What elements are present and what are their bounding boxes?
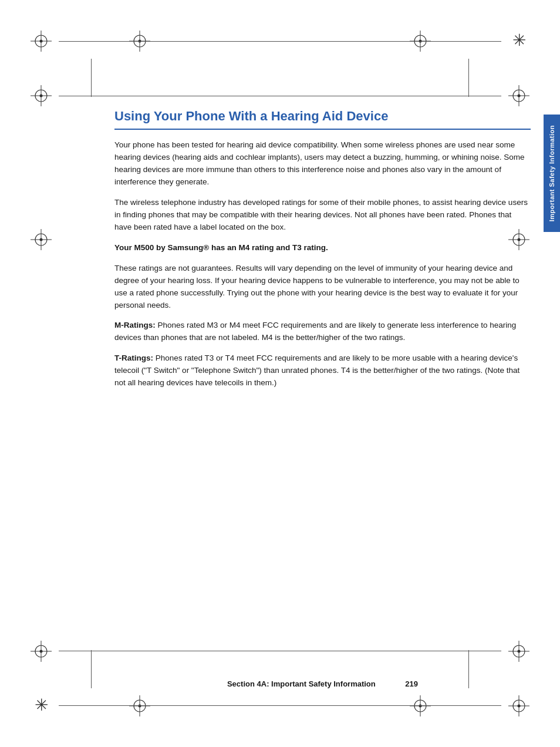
footer-section-label: Section 4A: Important Safety Information: [227, 679, 376, 688]
paragraph-3: These ratings are not guarantees. Result…: [114, 263, 531, 312]
paragraph-2: The wireless telephone industry has deve…: [114, 197, 531, 234]
reg-mark-bcr: [410, 695, 431, 716]
footer: Section 4A: Important Safety Information…: [114, 679, 531, 688]
reg-mark-bl2: [31, 641, 52, 662]
svg-text:✳: ✳: [512, 31, 526, 49]
footer-page-number: 219: [405, 679, 418, 688]
reg-mark-tr2: [508, 85, 529, 106]
paragraph-3-text: These ratings are not guarantees. Result…: [114, 264, 519, 309]
h-rule-bottom2: [59, 651, 501, 651]
reg-mark-tl2: [31, 85, 52, 106]
paragraph-5-bold: T-Ratings:: [114, 354, 153, 362]
paragraph-5: T-Ratings: Phones rated T3 or T4 meet FC…: [114, 352, 531, 389]
paragraph-2b: Your M500 by Samsung® has an M4 rating a…: [114, 242, 531, 254]
main-content: Using Your Phone With a Hearing Aid Devi…: [114, 109, 531, 638]
v-rule-right-top: [468, 59, 469, 97]
paragraph-1: Your phone has been tested for hearing a…: [114, 139, 531, 189]
v-rule-left-top: [91, 59, 92, 97]
reg-mark-bcl: [129, 695, 150, 716]
h-rule-top2: [59, 96, 501, 96]
h-rule-top: [59, 41, 501, 42]
paragraph-1-text: Your phone has been tested for hearing a…: [114, 140, 525, 186]
paragraph-4: M-Ratings: Phones rated M3 or M4 meet FC…: [114, 319, 531, 344]
svg-text:✳: ✳: [35, 696, 48, 714]
paragraph-4-text: Phones rated M3 or M4 meet FCC requireme…: [114, 321, 516, 342]
page: ✳: [0, 0, 560, 747]
paragraph-4-bold: M-Ratings:: [114, 321, 156, 329]
paragraph-5-text: Phones rated T3 or T4 meet FCC requireme…: [114, 354, 519, 387]
side-tab-label: Important Safety Information: [548, 125, 555, 221]
paragraph-2b-bold: Your M500 by Samsung® has an M4 rating a…: [114, 243, 328, 252]
reg-mark-ml: [31, 229, 52, 250]
page-title: Using Your Phone With a Hearing Aid Devi…: [114, 109, 531, 124]
title-underline: [114, 129, 531, 130]
v-rule-left-bottom: [91, 650, 92, 688]
paragraph-2-text: The wireless telephone industry has deve…: [114, 198, 528, 231]
reg-mark-bl: ✳: [31, 695, 52, 716]
reg-mark-tl: [31, 31, 52, 52]
reg-mark-br2: [508, 641, 529, 662]
reg-mark-br: [508, 695, 529, 716]
h-rule-bottom: [59, 705, 501, 706]
reg-mark-tr: ✳: [508, 31, 529, 52]
side-tab: Important Safety Information: [544, 115, 560, 232]
